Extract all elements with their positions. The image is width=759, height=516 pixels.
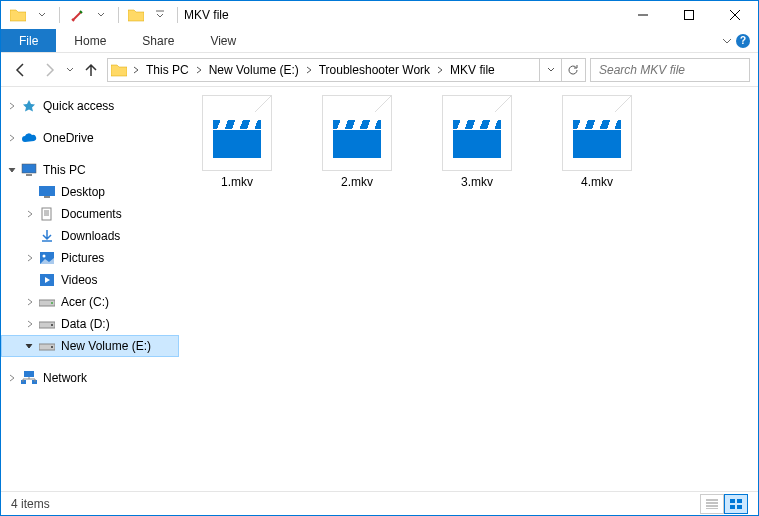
tree-desktop[interactable]: Desktop — [1, 181, 179, 203]
svg-point-13 — [51, 324, 53, 326]
svg-rect-4 — [39, 186, 55, 196]
pictures-icon — [39, 250, 55, 266]
help-icon[interactable]: ? — [736, 34, 750, 48]
tree-downloads[interactable]: Downloads — [1, 225, 179, 247]
view-toggles — [700, 494, 748, 514]
svg-rect-5 — [44, 196, 50, 198]
tree-label: Desktop — [61, 185, 105, 199]
file-tab[interactable]: File — [1, 29, 56, 52]
svg-point-15 — [51, 346, 53, 348]
forward-button[interactable] — [37, 58, 61, 82]
crumb-caret-2-icon[interactable] — [434, 59, 446, 81]
tab-home[interactable]: Home — [56, 29, 124, 52]
search-box[interactable] — [590, 58, 750, 82]
tree-drive-c[interactable]: Acer (C:) — [1, 291, 179, 313]
explorer-window: MKV file File Home Share View ? This P — [0, 0, 759, 516]
video-file-icon — [322, 95, 392, 171]
address-folder-icon — [110, 61, 128, 79]
desktop-icon — [39, 184, 55, 200]
drive-icon — [39, 316, 55, 332]
tree-label: Downloads — [61, 229, 120, 243]
file-item[interactable]: 2.mkv — [309, 95, 405, 189]
tree-documents[interactable]: Documents — [1, 203, 179, 225]
svg-rect-6 — [42, 208, 51, 220]
tab-view[interactable]: View — [192, 29, 254, 52]
chevron-right-icon[interactable] — [25, 319, 35, 329]
maximize-button[interactable] — [666, 1, 712, 29]
tree-drive-e[interactable]: New Volume (E:) — [1, 335, 179, 357]
tree-onedrive[interactable]: OneDrive — [1, 127, 179, 149]
folder-icon[interactable] — [7, 4, 29, 26]
file-name: 2.mkv — [341, 175, 373, 189]
titlebar: MKV file — [1, 1, 758, 29]
close-button[interactable] — [712, 1, 758, 29]
folder-icon-2[interactable] — [125, 4, 147, 26]
chevron-right-icon[interactable] — [25, 297, 35, 307]
crumb-root-caret-icon[interactable] — [130, 59, 142, 81]
downloads-icon — [39, 228, 55, 244]
qat-divider3 — [177, 7, 178, 23]
tree-label: Videos — [61, 273, 97, 287]
address-dropdown-icon[interactable] — [539, 59, 561, 81]
tab-share[interactable]: Share — [124, 29, 192, 52]
tree-label: OneDrive — [43, 131, 94, 145]
video-file-icon — [442, 95, 512, 171]
view-icons-button[interactable] — [724, 494, 748, 514]
cloud-icon — [21, 130, 37, 146]
file-item[interactable]: 3.mkv — [429, 95, 525, 189]
network-icon — [21, 370, 37, 386]
svg-rect-16 — [24, 371, 34, 377]
file-item[interactable]: 1.mkv — [189, 95, 285, 189]
chevron-right-icon[interactable] — [7, 133, 17, 143]
tree-network[interactable]: Network — [1, 367, 179, 389]
qat-customize-caret-icon[interactable] — [149, 4, 171, 26]
window-title: MKV file — [184, 8, 229, 22]
navbar: This PC New Volume (E:) Troubleshooter W… — [1, 53, 758, 87]
tree-drive-d[interactable]: Data (D:) — [1, 313, 179, 335]
crumb-caret-1-icon[interactable] — [303, 59, 315, 81]
chevron-down-icon[interactable] — [7, 165, 17, 175]
drive-icon — [39, 338, 55, 354]
crumb-2[interactable]: Troubleshooter Work — [315, 59, 434, 81]
nav-tree: Quick access OneDrive This PC Desktop — [1, 87, 179, 491]
svg-rect-21 — [730, 505, 735, 509]
tree-videos[interactable]: Videos — [1, 269, 179, 291]
svg-point-11 — [51, 302, 53, 304]
chevron-right-icon[interactable] — [7, 101, 17, 111]
crumb-3[interactable]: MKV file — [446, 59, 499, 81]
ribbon-expand-icon[interactable] — [722, 32, 732, 50]
qat-caret-icon[interactable] — [31, 4, 53, 26]
properties-icon[interactable] — [66, 4, 88, 26]
tree-quick-access[interactable]: Quick access — [1, 95, 179, 117]
crumb-0[interactable]: This PC — [142, 59, 193, 81]
up-button[interactable] — [79, 58, 103, 82]
svg-rect-22 — [737, 505, 742, 509]
address-bar[interactable]: This PC New Volume (E:) Troubleshooter W… — [107, 58, 586, 82]
chevron-right-icon[interactable] — [25, 209, 35, 219]
video-file-icon — [202, 95, 272, 171]
back-button[interactable] — [9, 58, 33, 82]
file-list[interactable]: 1.mkv 2.mkv 3.mkv 4.mkv — [179, 87, 758, 491]
tree-label: New Volume (E:) — [61, 339, 151, 353]
file-name: 1.mkv — [221, 175, 253, 189]
chevron-down-icon[interactable] — [24, 341, 34, 351]
crumb-1[interactable]: New Volume (E:) — [205, 59, 303, 81]
statusbar: 4 items — [1, 491, 758, 515]
qat-caret2-icon[interactable] — [90, 4, 112, 26]
svg-rect-3 — [26, 174, 32, 176]
tree-label: Acer (C:) — [61, 295, 109, 309]
file-item[interactable]: 4.mkv — [549, 95, 645, 189]
tree-this-pc[interactable]: This PC — [1, 159, 179, 181]
minimize-button[interactable] — [620, 1, 666, 29]
chevron-right-icon[interactable] — [25, 253, 35, 263]
search-input[interactable] — [597, 62, 752, 78]
crumb-caret-0-icon[interactable] — [193, 59, 205, 81]
window-controls — [620, 1, 758, 29]
tree-pictures[interactable]: Pictures — [1, 247, 179, 269]
star-icon — [21, 98, 37, 114]
chevron-right-icon[interactable] — [7, 373, 17, 383]
refresh-button[interactable] — [561, 59, 583, 81]
tree-label: This PC — [43, 163, 86, 177]
view-details-button[interactable] — [700, 494, 724, 514]
history-dropdown-icon[interactable] — [65, 66, 75, 74]
